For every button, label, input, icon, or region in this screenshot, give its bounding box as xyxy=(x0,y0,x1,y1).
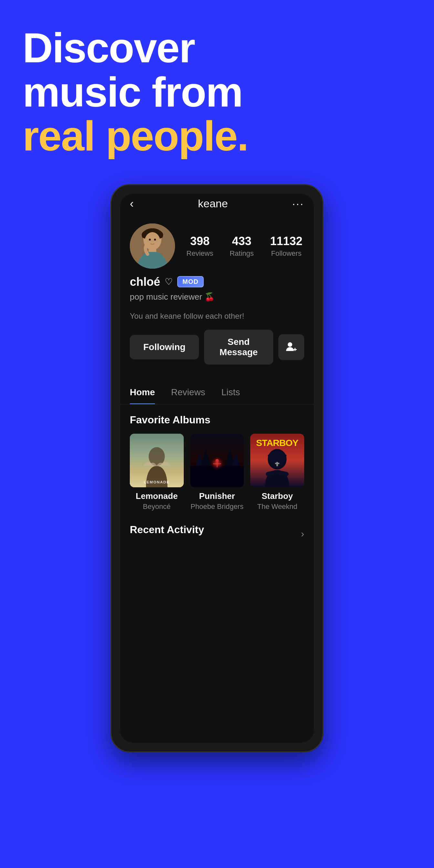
content-area: Favorite Albums xyxy=(120,404,314,560)
nav-header: ‹ keane ··· xyxy=(120,194,314,217)
profile-section: 398 Reviews 433 Ratings 11132 Followers xyxy=(120,217,314,381)
recent-activity-title: Recent Activity xyxy=(130,524,204,536)
hero-line2: music from xyxy=(23,68,243,116)
punisher-name: Punisher xyxy=(190,491,244,501)
heart-icon: ♡ xyxy=(165,276,173,287)
nav-title: keane xyxy=(198,197,228,210)
chevron-right-icon[interactable]: › xyxy=(301,528,304,539)
tab-reviews[interactable]: Reviews xyxy=(171,381,206,404)
followers-stat: 11132 Followers xyxy=(270,235,303,258)
svg-point-8 xyxy=(288,342,292,347)
favorite-albums-title: Favorite Albums xyxy=(130,414,304,426)
phone-wrapper: ‹ keane ··· xyxy=(0,184,434,752)
ratings-label: Ratings xyxy=(229,249,254,258)
send-message-button[interactable]: Send Message xyxy=(204,330,273,365)
svg-text:STARBOY: STARBOY xyxy=(256,437,299,447)
album-punisher[interactable]: Punisher Phoebe Bridgers xyxy=(190,434,244,511)
followers-label: Followers xyxy=(270,249,303,258)
avatar-image xyxy=(130,223,175,269)
hero-line1: Discover xyxy=(23,24,195,71)
follow-status: You and keane follow each other! xyxy=(130,312,304,321)
action-buttons: Following Send Message xyxy=(130,330,304,365)
album-lemonade-cover: LEMONADE xyxy=(130,434,184,488)
punisher-artist: Phoebe Bridgers xyxy=(190,502,244,511)
bottom-fade xyxy=(120,560,314,585)
svg-point-6 xyxy=(154,239,156,241)
album-punisher-cover xyxy=(190,434,244,488)
ratings-count: 433 xyxy=(229,235,254,248)
lemonade-artist: Beyoncé xyxy=(130,502,184,511)
hero-title: Discover music from real people. xyxy=(23,26,411,158)
reviews-label: Reviews xyxy=(186,249,213,258)
svg-point-5 xyxy=(149,239,151,241)
svg-text:LEMONADE: LEMONADE xyxy=(144,480,169,484)
add-friend-icon xyxy=(285,341,297,353)
tab-lists[interactable]: Lists xyxy=(221,381,240,404)
mod-badge: MOD xyxy=(177,276,204,287)
album-starboy-cover: STARBOY xyxy=(250,434,304,488)
starboy-name: Starboy xyxy=(250,491,304,501)
more-button[interactable]: ··· xyxy=(292,197,304,210)
back-button[interactable]: ‹ xyxy=(130,197,134,211)
stats-container: 398 Reviews 433 Ratings 11132 Followers xyxy=(185,235,304,258)
hero-line3: real people. xyxy=(23,113,248,159)
svg-rect-28 xyxy=(275,463,279,464)
tab-home[interactable]: Home xyxy=(130,381,155,404)
svg-point-21 xyxy=(215,459,219,462)
album-starboy[interactable]: STARBOY xyxy=(250,434,304,511)
followers-count: 11132 xyxy=(270,235,303,248)
add-friend-button[interactable] xyxy=(278,334,304,360)
hero-section: Discover music from real people. xyxy=(0,0,434,178)
profile-bio: pop music reviewer 🍒 xyxy=(130,292,304,302)
reviews-stat: 398 Reviews xyxy=(186,235,213,258)
profile-top: 398 Reviews 433 Ratings 11132 Followers xyxy=(130,223,304,269)
ratings-stat: 433 Ratings xyxy=(229,235,254,258)
profile-name: chloé xyxy=(130,275,160,289)
album-lemonade[interactable]: LEMONADE Lemonade Beyoncé xyxy=(130,434,184,511)
recent-activity-header: Recent Activity › xyxy=(130,524,304,544)
following-button[interactable]: Following xyxy=(130,335,199,360)
albums-grid: LEMONADE Lemonade Beyoncé xyxy=(130,434,304,511)
phone-screen: ‹ keane ··· xyxy=(120,194,314,743)
avatar xyxy=(130,223,175,269)
svg-rect-10 xyxy=(293,349,297,350)
tabs-container: Home Reviews Lists xyxy=(120,381,314,404)
reviews-count: 398 xyxy=(186,235,213,248)
starboy-artist: The Weeknd xyxy=(250,502,304,511)
profile-name-row: chloé ♡ MOD xyxy=(130,275,304,289)
lemonade-name: Lemonade xyxy=(130,491,184,501)
phone-frame: ‹ keane ··· xyxy=(111,184,323,752)
svg-point-7 xyxy=(145,242,149,246)
